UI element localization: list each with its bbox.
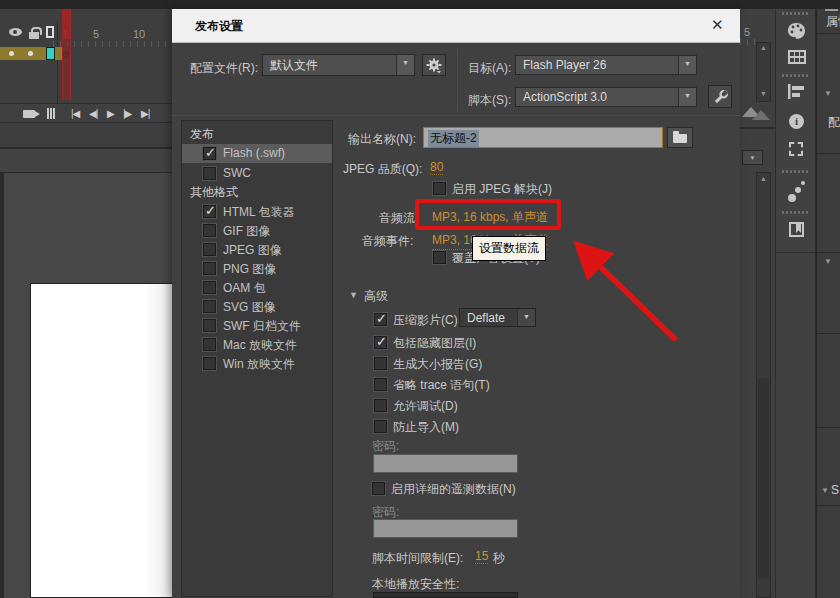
local-security-dropdown-clipped[interactable] (373, 592, 518, 598)
align-panel-icon[interactable] (788, 84, 805, 99)
checkbox-html[interactable]: ✓ (203, 205, 216, 218)
format-item-mac-projector[interactable]: Mac 放映文件 (223, 337, 297, 354)
browse-output-button[interactable] (667, 127, 693, 148)
go-to-last-frame-button[interactable]: ▶| (141, 108, 149, 119)
section-collapse-icon[interactable]: ▼ (821, 486, 829, 495)
go-to-first-frame-button[interactable]: |◀ (71, 108, 79, 119)
dialog-titlebar[interactable]: 发布设置 ✕ (172, 9, 740, 43)
swatches-icon[interactable] (788, 50, 806, 64)
script-settings-button[interactable] (708, 85, 732, 108)
chevron-down-icon[interactable]: ▼ (396, 55, 414, 75)
lock-icon[interactable] (29, 32, 39, 39)
playhead[interactable] (62, 9, 71, 100)
scrollbar-thumb[interactable] (758, 378, 769, 578)
step-forward-button[interactable]: |▶ (123, 108, 131, 119)
format-item-swc[interactable]: SWC (223, 166, 251, 180)
time-limit-label: 脚本时间限制(E): (372, 550, 463, 567)
compress-movie-label: 压缩影片(C) (393, 312, 458, 329)
stage-canvas[interactable] (30, 283, 172, 598)
script-dropdown[interactable]: ActionScript 3.0 ▼ (515, 87, 697, 107)
checkbox-win-projector[interactable] (203, 357, 216, 370)
library-panel-icon[interactable] (789, 222, 804, 237)
advanced-collapse-icon[interactable]: ▼ (349, 290, 358, 300)
advanced-header[interactable]: 高级 (364, 288, 388, 305)
checkbox-compress-movie[interactable]: ✓ (374, 313, 387, 326)
checkbox-permit-debugging[interactable] (374, 399, 387, 412)
layer-lock-dot[interactable] (28, 51, 33, 56)
stage-vertical-scrollbar[interactable] (756, 172, 771, 598)
eye-visibility-icon[interactable] (9, 28, 22, 36)
password1-input[interactable] (373, 454, 518, 473)
output-name-input[interactable]: 无标题-2 (423, 127, 663, 148)
checkbox-swc[interactable] (203, 167, 216, 180)
password1-label: 密码: (372, 438, 399, 455)
time-limit-value[interactable]: 15 (475, 549, 488, 564)
scroll-up-icon[interactable]: ▲ (760, 44, 767, 51)
stage-scroll-up-icon[interactable]: ▲ (760, 175, 767, 182)
checkbox-omit-trace[interactable] (374, 378, 387, 391)
format-item-svg[interactable]: SVG 图像 (223, 299, 276, 316)
checkbox-oam[interactable] (203, 281, 216, 294)
step-back-button[interactable]: ◀| (89, 108, 97, 119)
checkbox-mac-projector[interactable] (203, 338, 216, 351)
chevron-down-icon[interactable]: ▼ (678, 56, 696, 74)
checkbox-jpeg-deblock[interactable] (433, 182, 446, 195)
dock-grip[interactable] (782, 170, 810, 173)
checkbox-protect-import[interactable] (374, 420, 387, 433)
color-palette-icon[interactable] (787, 22, 806, 39)
dock-divider (776, 252, 815, 253)
section-partial-label-s: S (831, 483, 840, 497)
checkbox-size-report[interactable] (374, 357, 387, 370)
checkbox-flash-swf[interactable]: ✓ (203, 147, 216, 160)
dock-grip[interactable] (782, 12, 810, 15)
checkbox-swf-archive[interactable] (203, 319, 216, 332)
camera-icon[interactable] (23, 110, 35, 118)
center-frame-icon-2[interactable] (752, 110, 770, 120)
dock-grip[interactable] (782, 211, 810, 214)
format-item-oam[interactable]: OAM 包 (223, 280, 266, 297)
scroll-down-icon[interactable]: ▼ (760, 90, 767, 97)
layer-visible-dot[interactable] (9, 51, 14, 56)
section-collapse-icon[interactable]: ▼ (824, 89, 832, 98)
checkbox-gif[interactable] (203, 224, 216, 237)
dock-grip[interactable] (782, 74, 810, 77)
checkbox-include-hidden-layers[interactable]: ✓ (374, 336, 387, 349)
compress-method-dropdown[interactable]: Deflate ▼ (459, 308, 536, 327)
tooltip: 设置数据流 (472, 236, 546, 261)
folder-icon (673, 134, 687, 143)
format-item-jpeg[interactable]: JPEG 图像 (223, 242, 282, 259)
checkbox-svg[interactable] (203, 300, 216, 313)
checkbox-override-sound[interactable] (433, 251, 446, 264)
frame-markers-icon[interactable] (47, 108, 55, 119)
motion-presets-icon[interactable] (788, 194, 796, 202)
group-header-publish: 发布 (190, 126, 214, 143)
format-item-gif[interactable]: GIF 图像 (223, 223, 270, 240)
transform-panel-icon[interactable] (789, 142, 803, 156)
outline-view-icon[interactable] (46, 26, 54, 38)
close-icon[interactable]: ✕ (711, 16, 724, 34)
telemetry-label: 启用详细的遥测数据(N) (391, 481, 516, 498)
dialog-vertical-separator (457, 49, 458, 111)
format-item-swf-archive[interactable]: SWF 归档文件 (223, 318, 301, 335)
checkbox-telemetry[interactable] (372, 482, 385, 495)
play-button[interactable]: ▶ (107, 108, 114, 119)
profile-dropdown[interactable]: 默认文件 ▼ (262, 54, 415, 76)
timeline-zoom-dropdown[interactable]: ▼ (742, 150, 763, 165)
format-item-flash[interactable]: Flash (.swf) (223, 146, 285, 160)
jpeg-quality-value[interactable]: 80 (430, 160, 443, 175)
section-collapse-icon[interactable]: ▼ (824, 257, 832, 266)
format-item-html[interactable]: HTML 包装器 (223, 204, 295, 221)
chevron-down-icon[interactable]: ▼ (517, 309, 535, 326)
panel-menu-icon[interactable] (825, 9, 838, 11)
profile-options-button[interactable] (422, 54, 446, 76)
layer-row[interactable] (0, 47, 62, 60)
password2-input[interactable] (373, 519, 518, 538)
checkbox-jpeg[interactable] (203, 243, 216, 256)
format-item-png[interactable]: PNG 图像 (223, 261, 276, 278)
target-dropdown[interactable]: Flash Player 26 ▼ (515, 55, 697, 75)
format-item-win-projector[interactable]: Win 放映文件 (223, 356, 295, 373)
keyframe-marker[interactable] (46, 47, 55, 60)
chevron-down-icon[interactable]: ▼ (678, 88, 696, 106)
info-panel-icon[interactable]: i (789, 114, 804, 129)
checkbox-png[interactable] (203, 262, 216, 275)
